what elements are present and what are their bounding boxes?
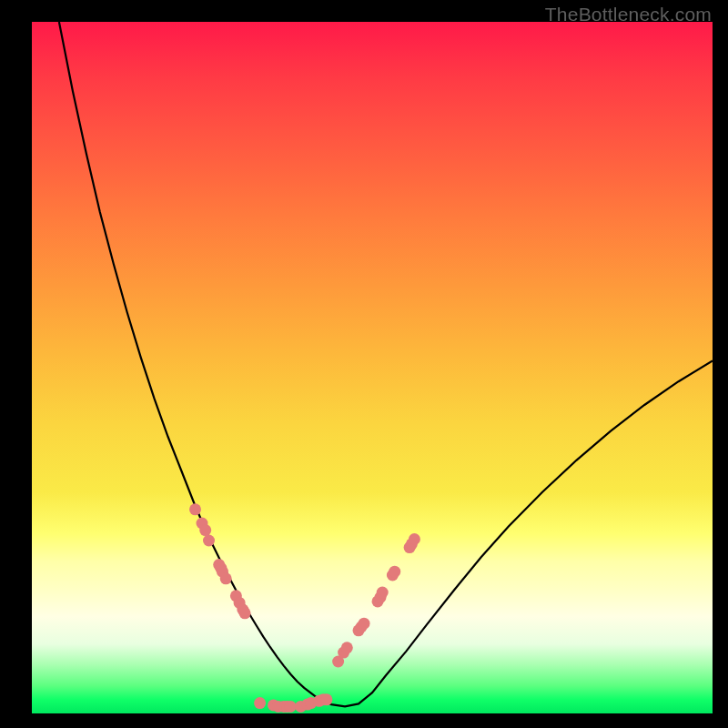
- plot-area: [32, 22, 713, 713]
- data-point: [239, 607, 251, 619]
- data-point: [341, 642, 353, 653]
- data-point: [189, 503, 201, 515]
- data-point: [220, 572, 232, 584]
- data-point: [359, 618, 370, 630]
- data-dots-left: [189, 503, 251, 619]
- data-point: [377, 587, 389, 599]
- watermark-text: TheBottleneck.com: [545, 4, 712, 25]
- data-point: [409, 533, 420, 545]
- bottleneck-curve: [59, 22, 713, 706]
- data-dots-bottom: [254, 693, 332, 713]
- data-point: [203, 535, 215, 547]
- data-point: [389, 566, 400, 578]
- data-point: [199, 524, 211, 536]
- chart-svg: [32, 22, 713, 713]
- data-dots-right: [332, 533, 420, 668]
- data-point: [320, 693, 332, 705]
- data-point: [285, 701, 297, 713]
- chart-frame: TheBottleneck.com: [0, 0, 728, 728]
- data-point: [254, 697, 266, 709]
